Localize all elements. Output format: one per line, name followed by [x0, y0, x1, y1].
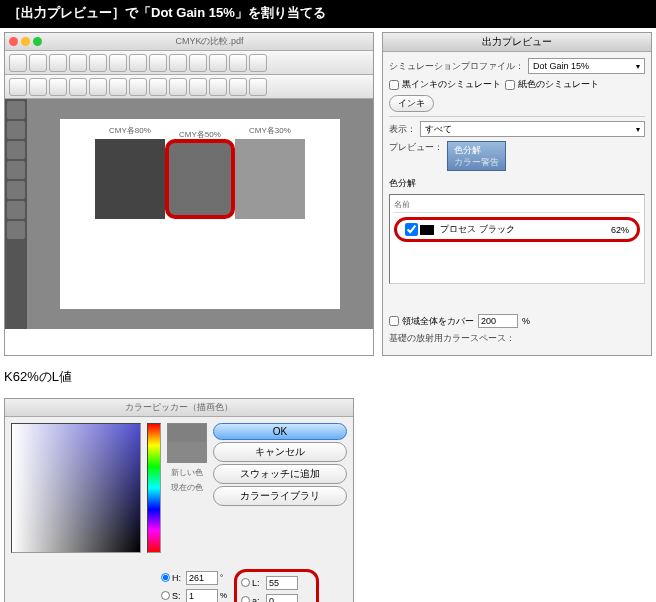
- toolbar: [5, 51, 373, 75]
- toolbar-button[interactable]: [109, 78, 127, 96]
- document-area: CMY各80% CMY各50% CMY各30%: [5, 99, 373, 329]
- color-library-button[interactable]: カラーライブラリ: [213, 486, 347, 506]
- toolbar-button[interactable]: [129, 78, 147, 96]
- rail-icon[interactable]: [7, 101, 25, 119]
- preview-label: プレビュー：: [389, 141, 443, 154]
- toolbar-button[interactable]: [49, 54, 67, 72]
- toolbar-button[interactable]: [249, 78, 267, 96]
- titlebar: CMYKの比較.pdf: [5, 33, 373, 51]
- toolbar-button[interactable]: [129, 54, 147, 72]
- toolbar-2: [5, 75, 373, 99]
- toolbar-button[interactable]: [169, 54, 187, 72]
- profile-select[interactable]: Dot Gain 15%: [528, 58, 645, 74]
- coverage-input[interactable]: [478, 314, 518, 328]
- toolbar-button[interactable]: [89, 78, 107, 96]
- rail-icon[interactable]: [7, 141, 25, 159]
- window-controls[interactable]: [9, 37, 42, 46]
- document-title: CMYKの比較.pdf: [50, 35, 369, 48]
- subhead: K62%のL値: [0, 360, 656, 394]
- l-input[interactable]: [266, 576, 298, 590]
- separations-label: 色分解: [389, 177, 645, 190]
- navigation-rail: [5, 99, 27, 329]
- toolbar-button[interactable]: [209, 78, 227, 96]
- toolbar-button[interactable]: [29, 54, 47, 72]
- rail-icon[interactable]: [7, 181, 25, 199]
- profile-label: シミュレーションプロファイル：: [389, 60, 524, 73]
- ink-button[interactable]: インキ: [389, 95, 434, 112]
- toolbar-button[interactable]: [89, 54, 107, 72]
- page-header: ［出力プレビュー］で「Dot Gain 15%」を割り当てる: [0, 0, 656, 28]
- color-field[interactable]: [11, 423, 141, 553]
- toolbar-button[interactable]: [69, 54, 87, 72]
- a-input[interactable]: [266, 594, 298, 603]
- swatch-30: CMY各30%: [235, 139, 305, 219]
- top-section: CMYKの比較.pdf: [0, 28, 656, 360]
- h-input[interactable]: [186, 571, 218, 585]
- toolbar-button[interactable]: [189, 54, 207, 72]
- picker-titlebar: カラーピッカー（描画色）: [5, 399, 353, 417]
- panel-title: 出力プレビュー: [383, 33, 651, 52]
- colorspace-label: 基礎の放射用カラースペース：: [389, 332, 515, 345]
- output-preview-panel: 出力プレビュー シミュレーションプロファイル： Dot Gain 15% 黒イン…: [382, 32, 652, 356]
- show-select[interactable]: すべて: [420, 121, 645, 137]
- hue-slider[interactable]: [147, 423, 161, 553]
- coverage-checkbox[interactable]: 領域全体をカバー: [389, 315, 474, 328]
- cancel-button[interactable]: キャンセル: [213, 442, 347, 462]
- toolbar-button[interactable]: [109, 54, 127, 72]
- show-label: 表示：: [389, 123, 416, 136]
- toolbar-button[interactable]: [29, 78, 47, 96]
- toolbar-button[interactable]: [69, 78, 87, 96]
- toolbar-button[interactable]: [229, 54, 247, 72]
- preview-mode-select[interactable]: 色分解 カラー警告: [447, 141, 506, 171]
- toolbar-button[interactable]: [49, 78, 67, 96]
- toolbar-button[interactable]: [149, 54, 167, 72]
- lab-cmyk-col: L: a: b: C:% M:% Y:% K:%: [234, 569, 319, 602]
- color-preview: [167, 423, 207, 463]
- h-radio[interactable]: [161, 573, 170, 582]
- sim-ink-checkbox[interactable]: 黒インキのシミュレート: [389, 78, 501, 91]
- toolbar-button[interactable]: [9, 54, 27, 72]
- swatch-80: CMY各80%: [95, 139, 165, 219]
- rail-icon[interactable]: [7, 201, 25, 219]
- swatch-50: CMY各50%: [165, 139, 235, 219]
- sep-checkbox[interactable]: [405, 223, 418, 236]
- sim-paper-checkbox[interactable]: 紙色のシミュレート: [505, 78, 599, 91]
- rail-icon[interactable]: [7, 121, 25, 139]
- separation-row-black[interactable]: プロセス ブラック 62%: [394, 217, 640, 242]
- rail-icon[interactable]: [7, 221, 25, 239]
- add-swatch-button[interactable]: スウォッチに追加: [213, 464, 347, 484]
- swatch-row: CMY各80% CMY各50% CMY各30%: [70, 139, 330, 219]
- page: CMY各80% CMY各50% CMY各30%: [60, 119, 340, 309]
- rail-icon[interactable]: [7, 161, 25, 179]
- toolbar-button[interactable]: [189, 78, 207, 96]
- toolbar-button[interactable]: [9, 78, 27, 96]
- separations-list: 名前 プロセス ブラック 62%: [389, 194, 645, 284]
- toolbar-button[interactable]: [209, 54, 227, 72]
- s-radio[interactable]: [161, 591, 170, 600]
- close-icon[interactable]: [9, 37, 18, 46]
- toolbar-button[interactable]: [249, 54, 267, 72]
- toolbar-button[interactable]: [169, 78, 187, 96]
- minimize-icon[interactable]: [21, 37, 30, 46]
- black-chip-icon: [420, 225, 434, 235]
- a-radio[interactable]: [241, 596, 250, 602]
- zoom-icon[interactable]: [33, 37, 42, 46]
- s-input[interactable]: [186, 589, 218, 603]
- l-radio[interactable]: [241, 578, 250, 587]
- toolbar-button[interactable]: [149, 78, 167, 96]
- color-picker-window: カラーピッカー（描画色） 新しい色 現在の色 OK キャンセル スウォッチに追加…: [4, 398, 354, 602]
- canvas[interactable]: CMY各80% CMY各50% CMY各30%: [27, 99, 373, 329]
- ok-button[interactable]: OK: [213, 423, 347, 440]
- toolbar-button[interactable]: [229, 78, 247, 96]
- hsb-rgb-col: H:° S:% B:% R: G: B:: [161, 569, 230, 602]
- acrobat-window: CMYKの比較.pdf: [4, 32, 374, 356]
